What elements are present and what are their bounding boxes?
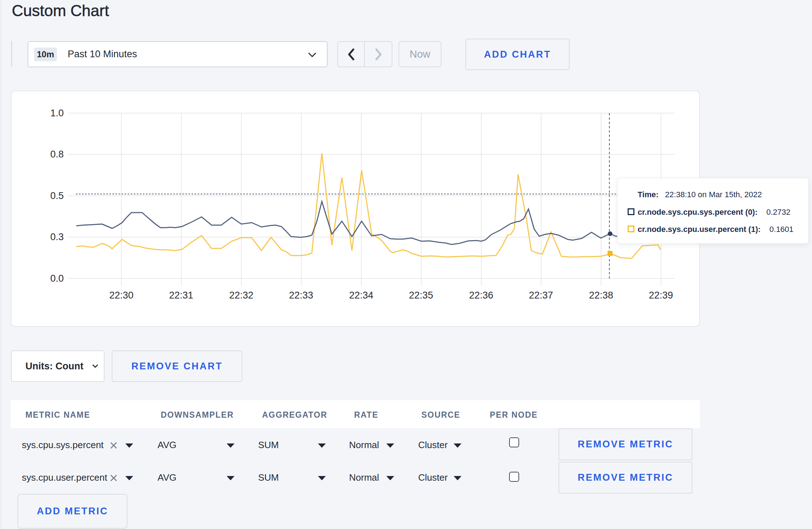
svg-text:22:39: 22:39 bbox=[649, 290, 673, 301]
svg-text:22:37: 22:37 bbox=[529, 290, 553, 301]
svg-text:22:31: 22:31 bbox=[169, 290, 193, 301]
svg-text:22:32: 22:32 bbox=[229, 290, 253, 301]
svg-text:22:36: 22:36 bbox=[469, 290, 493, 301]
svg-text:22:38: 22:38 bbox=[589, 290, 613, 301]
svg-text:0.5: 0.5 bbox=[50, 190, 64, 201]
svg-text:22:30: 22:30 bbox=[109, 290, 134, 301]
svg-text:1.0: 1.0 bbox=[50, 108, 64, 118]
svg-text:22:34: 22:34 bbox=[349, 290, 373, 301]
svg-text:0.0: 0.0 bbox=[50, 273, 64, 284]
svg-text:22:33: 22:33 bbox=[289, 290, 313, 301]
svg-text:22:35: 22:35 bbox=[409, 290, 433, 301]
svg-text:0.8: 0.8 bbox=[50, 149, 64, 160]
svg-text:0.3: 0.3 bbox=[50, 232, 64, 242]
